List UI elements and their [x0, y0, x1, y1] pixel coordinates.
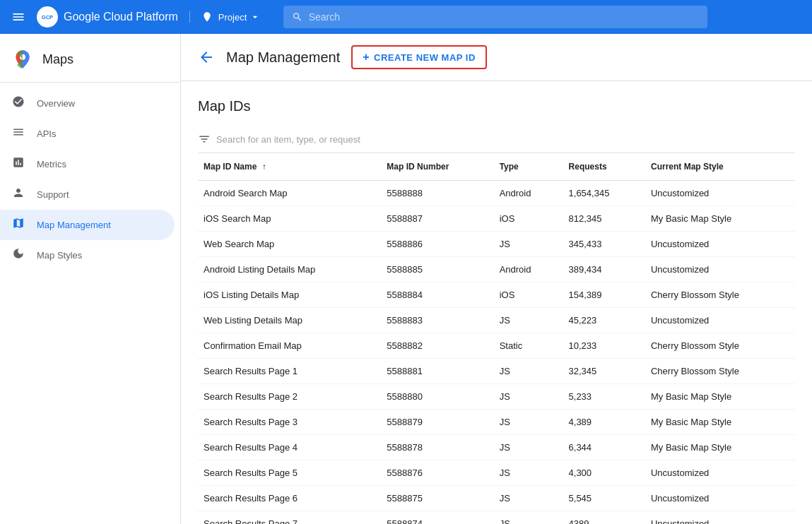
sidebar-item-apis[interactable]: APIs [0, 119, 175, 149]
sidebar-item-label: Metrics [37, 159, 66, 169]
cell-style: Uncustomized [645, 486, 795, 511]
table-row[interactable]: Web Search Map5588886JS345,433Uncustomiz… [198, 232, 795, 257]
cell-requests: 345,433 [563, 232, 645, 257]
sidebar-app-title: Maps [42, 52, 73, 67]
table-row[interactable]: Confirmation Email Map5588882Static10,23… [198, 333, 795, 359]
cell-name: Search Results Page 2 [198, 384, 381, 410]
sidebar-item-overview[interactable]: Overview [0, 88, 175, 119]
sidebar-item-label: APIs [37, 129, 56, 139]
sidebar-item-map-styles[interactable]: Map Styles [0, 240, 175, 270]
main-content: Map Management + CREATE NEW MAP ID Map I… [181, 34, 812, 524]
cell-requests: 4,300 [563, 460, 645, 486]
global-search[interactable] [283, 6, 707, 28]
cell-name: Search Results Page 6 [198, 486, 381, 511]
support-icon [11, 186, 25, 203]
cell-type: JS [494, 359, 563, 384]
cell-style: Cherry Blossom Style [645, 282, 795, 308]
create-map-id-button[interactable]: + CREATE NEW MAP ID [351, 45, 487, 69]
table-row[interactable]: Android Listing Details Map5588885Androi… [198, 257, 795, 282]
cell-number: 5588888 [381, 181, 493, 206]
cell-style: Uncustomized [645, 460, 795, 486]
table-row[interactable]: Search Results Page 25588880JS5,233My Ba… [198, 384, 795, 410]
sort-icon: ↑ [262, 162, 266, 172]
sidebar-item-label: Map Management [37, 220, 111, 230]
back-button[interactable] [198, 49, 215, 66]
cell-requests: 154,389 [563, 282, 645, 308]
table-row[interactable]: Search Results Page 45588878JS6,344My Ba… [198, 435, 795, 460]
project-selector[interactable]: Project [189, 11, 261, 23]
plus-icon: + [363, 51, 370, 64]
sidebar-item-map-management[interactable]: Map Management [0, 210, 175, 240]
table-row[interactable]: Search Results Page 15588881JS32,345Cher… [198, 359, 795, 384]
sidebar-nav: Overview APIs Metrics Support Map Manage… [0, 88, 180, 270]
cell-style: Uncustomized [645, 181, 795, 206]
table-row[interactable]: Search Results Page 55588876JS4,300Uncus… [198, 460, 795, 486]
cell-style: My Basic Map Style [645, 435, 795, 460]
section-title: Map IDs [198, 98, 795, 114]
cell-name: iOS Search Map [198, 206, 381, 232]
cell-style: Cherry Blossom Style [645, 333, 795, 359]
cell-name: iOS Listing Details Map [198, 282, 381, 308]
cell-name: Search Results Page 7 [198, 511, 381, 525]
table-row[interactable]: Web Listing Details Map5588883JS45,223Un… [198, 308, 795, 333]
search-input[interactable] [309, 11, 700, 23]
cell-number: 5588876 [381, 460, 493, 486]
cell-type: JS [494, 460, 563, 486]
cell-type: iOS [494, 206, 563, 232]
svg-text:GCP: GCP [42, 14, 53, 20]
table-body: Android Search Map5588888Android1,654,34… [198, 181, 795, 525]
cell-name: Android Search Map [198, 181, 381, 206]
create-btn-label: CREATE NEW MAP ID [374, 52, 476, 63]
gcp-name: Google Cloud Platform [64, 11, 178, 23]
cell-style: Uncustomized [645, 232, 795, 257]
sidebar-item-support[interactable]: Support [0, 179, 175, 210]
cell-requests: 389,434 [563, 257, 645, 282]
cell-name: Web Listing Details Map [198, 308, 381, 333]
cell-requests: 5,233 [563, 384, 645, 410]
table-header: Map ID Name ↑Map ID NumberTypeRequestsCu… [198, 153, 795, 181]
col-header-name[interactable]: Map ID Name ↑ [198, 153, 381, 181]
cell-number: 5588878 [381, 435, 493, 460]
cell-style: My Basic Map Style [645, 384, 795, 410]
cell-requests: 45,223 [563, 308, 645, 333]
cell-name: Search Results Page 4 [198, 435, 381, 460]
cell-number: 5588880 [381, 384, 493, 410]
cell-type: JS [494, 308, 563, 333]
table-row[interactable]: Search Results Page 75588874JS4389Uncust… [198, 511, 795, 525]
cell-requests: 10,233 [563, 333, 645, 359]
cell-type: JS [494, 486, 563, 511]
cell-name: Confirmation Email Map [198, 333, 381, 359]
cell-style: Uncustomized [645, 511, 795, 525]
cell-number: 5588887 [381, 206, 493, 232]
map-styles-icon [11, 247, 25, 263]
cell-style: Uncustomized [645, 308, 795, 333]
table-row[interactable]: Search Results Page 65588875JS5,545Uncus… [198, 486, 795, 511]
cell-requests: 32,345 [563, 359, 645, 384]
cell-style: Uncustomized [645, 257, 795, 282]
gcp-logo: GCP Google Cloud Platform [37, 6, 178, 28]
sidebar-app-header: Maps [0, 40, 180, 83]
cell-name: Search Results Page 3 [198, 410, 381, 435]
table-row[interactable]: iOS Search Map5588887iOS812,345My Basic … [198, 206, 795, 232]
sidebar-item-metrics[interactable]: Metrics [0, 149, 175, 179]
cell-name: Search Results Page 5 [198, 460, 381, 486]
project-label: Project [218, 12, 247, 23]
table-row[interactable]: Android Search Map5588888Android1,654,34… [198, 181, 795, 206]
content-area: Map IDs Search for an item, type, or req… [181, 81, 812, 524]
sidebar-item-label: Overview [37, 98, 75, 109]
sidebar-item-label: Support [37, 189, 69, 200]
table-row[interactable]: Search Results Page 35588879JS4,389My Ba… [198, 410, 795, 435]
cell-name: Web Search Map [198, 232, 381, 257]
search-placeholder-text[interactable]: Search for an item, type, or request [216, 134, 360, 145]
cell-number: 5588882 [381, 333, 493, 359]
col-header-number: Map ID Number [381, 153, 493, 181]
hamburger-menu[interactable] [11, 10, 25, 24]
col-header-style: Current Map Style [645, 153, 795, 181]
table-row[interactable]: iOS Listing Details Map5588884iOS154,389… [198, 282, 795, 308]
cell-type: JS [494, 232, 563, 257]
cell-type: JS [494, 435, 563, 460]
overview-icon [11, 95, 25, 112]
cell-number: 5588874 [381, 511, 493, 525]
cell-number: 5588879 [381, 410, 493, 435]
main-layout: Maps Overview APIs Metrics Support Map M… [0, 34, 812, 524]
